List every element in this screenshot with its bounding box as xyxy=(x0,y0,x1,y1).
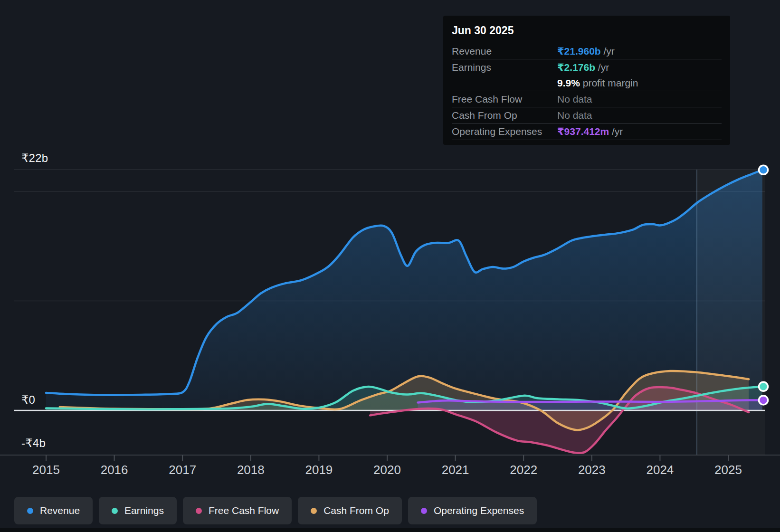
tooltip-row-label: Revenue xyxy=(452,46,557,57)
y-axis-label-neg4b: -₹4b xyxy=(21,437,46,450)
tooltip-row-label: Earnings xyxy=(452,62,557,73)
financials-chart-panel: ₹22b ₹0 -₹4b 201520162017201820192020202… xyxy=(0,0,780,532)
end-marker-earnings[interactable] xyxy=(759,382,768,391)
tooltip-row-cash-from-op: Cash From OpNo data xyxy=(452,107,722,123)
last-12-months-band xyxy=(697,170,765,455)
tooltip-row-profit-margin: 9.9% profit margin xyxy=(452,75,722,91)
tooltip-row-label: Operating Expenses xyxy=(452,126,557,137)
x-axis-label-2018: 2018 xyxy=(222,463,279,477)
tooltip-row-value: ₹2.176b /yr xyxy=(557,62,722,73)
x-axis-label-2016: 2016 xyxy=(86,463,143,477)
legend-dot-icon xyxy=(311,508,317,514)
tooltip-row-value: ₹21.960b /yr xyxy=(557,46,722,57)
tooltip-row-value: 9.9% profit margin xyxy=(557,77,722,89)
legend-label: Free Cash Flow xyxy=(209,505,279,516)
legend-dot-icon xyxy=(196,508,202,514)
tooltip-row-revenue: Revenue₹21.960b /yr xyxy=(452,43,722,59)
bottom-edge-strip xyxy=(0,528,780,532)
tooltip-row-value: No data xyxy=(557,94,722,105)
legend-dot-icon xyxy=(112,508,118,514)
y-axis-label-0: ₹0 xyxy=(21,393,35,407)
legend-pill-free-cash-flow[interactable]: Free Cash Flow xyxy=(183,497,292,524)
legend-label: Operating Expenses xyxy=(434,505,524,516)
tooltip-row-label: Cash From Op xyxy=(452,110,557,121)
legend-pill-revenue[interactable]: Revenue xyxy=(14,497,93,524)
x-axis-label-2021: 2021 xyxy=(427,463,484,477)
legend-dot-icon xyxy=(27,508,33,514)
tooltip-row-free-cash-flow: Free Cash FlowNo data xyxy=(452,91,722,107)
tooltip-row-earnings: Earnings₹2.176b /yr xyxy=(452,59,722,75)
legend-label: Cash From Op xyxy=(323,505,389,516)
x-axis-label-2025: 2025 xyxy=(700,463,757,477)
end-marker-revenue[interactable] xyxy=(759,165,768,174)
legend: RevenueEarningsFree Cash FlowCash From O… xyxy=(14,497,537,524)
legend-dot-icon xyxy=(421,508,427,514)
tooltip-row-label: Free Cash Flow xyxy=(452,94,557,105)
tooltip-row-value: No data xyxy=(557,110,722,121)
x-axis-label-2015: 2015 xyxy=(18,463,75,477)
x-axis-label-2022: 2022 xyxy=(495,463,552,477)
legend-pill-operating-expenses[interactable]: Operating Expenses xyxy=(408,497,537,524)
y-axis-label-22b: ₹22b xyxy=(21,152,48,165)
tooltip-row-operating-expenses: Operating Expenses₹937.412m /yr xyxy=(452,123,722,139)
tooltip-date: Jun 30 2025 xyxy=(452,20,722,43)
x-axis-label-2017: 2017 xyxy=(154,463,211,477)
x-axis-label-2024: 2024 xyxy=(631,463,688,477)
x-axis-label-2020: 2020 xyxy=(359,463,416,477)
tooltip-row-value: ₹937.412m /yr xyxy=(557,126,722,137)
legend-label: Earnings xyxy=(124,505,164,516)
x-axis-label-2019: 2019 xyxy=(290,463,347,477)
end-marker-operating-expenses[interactable] xyxy=(759,396,768,405)
x-axis-label-2023: 2023 xyxy=(563,463,620,477)
legend-pill-cash-from-op[interactable]: Cash From Op xyxy=(298,497,402,524)
legend-label: Revenue xyxy=(40,505,80,516)
legend-pill-earnings[interactable]: Earnings xyxy=(99,497,177,524)
hover-tooltip: Jun 30 2025 Revenue₹21.960b /yrEarnings₹… xyxy=(443,16,730,145)
